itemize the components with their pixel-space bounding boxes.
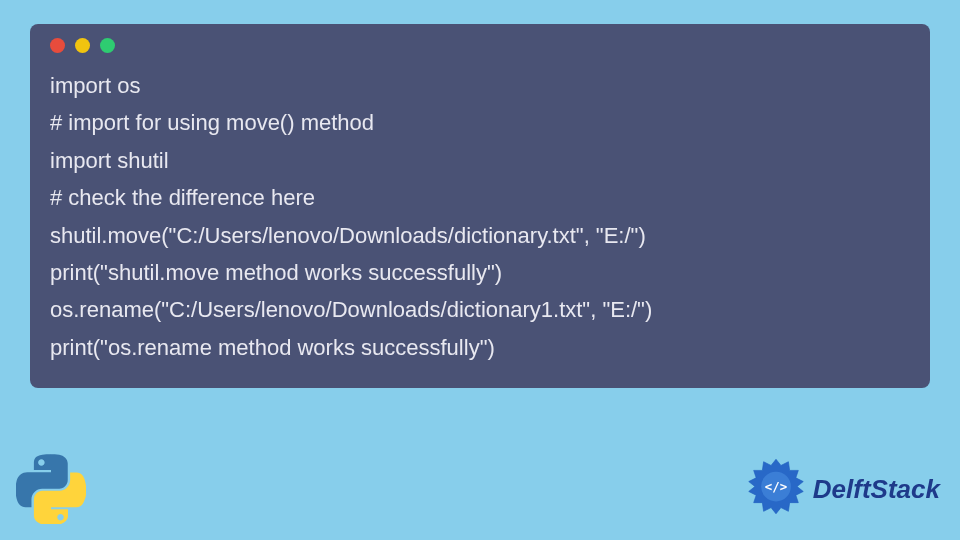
close-icon [50, 38, 65, 53]
code-line: print("os.rename method works successful… [50, 335, 495, 360]
code-line: os.rename("C:/Users/lenovo/Downloads/dic… [50, 297, 652, 322]
code-line: # check the difference here [50, 185, 315, 210]
window-traffic-lights [50, 38, 910, 53]
python-logo-icon [16, 454, 86, 524]
brand-name: DelftStack [813, 474, 940, 505]
svg-text:</>: </> [765, 479, 787, 494]
code-line: print("shutil.move method works successf… [50, 260, 502, 285]
code-line: # import for using move() method [50, 110, 374, 135]
brand-logo-icon: </> [745, 458, 807, 520]
minimize-icon [75, 38, 90, 53]
maximize-icon [100, 38, 115, 53]
code-line: import os [50, 73, 140, 98]
code-block: import os # import for using move() meth… [50, 67, 910, 366]
code-line: shutil.move("C:/Users/lenovo/Downloads/d… [50, 223, 646, 248]
code-window: import os # import for using move() meth… [30, 24, 930, 388]
brand-badge: </> DelftStack [745, 458, 940, 520]
code-line: import shutil [50, 148, 169, 173]
